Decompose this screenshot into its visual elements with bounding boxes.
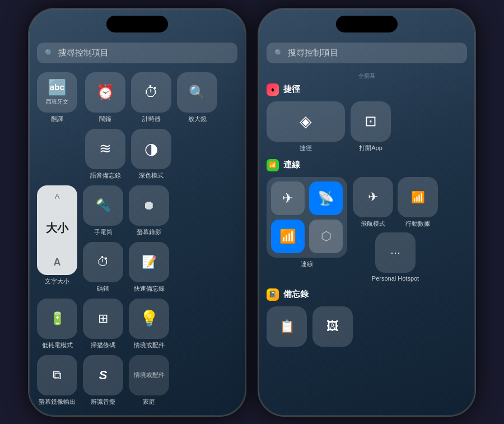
personal-hotspot-label: Personal Hotspot [372, 275, 419, 282]
airplane-mode-button[interactable]: ✈ [353, 177, 393, 217]
shortcuts-button[interactable]: ◈ [267, 101, 345, 142]
low-power-button[interactable]: 🔋 [37, 299, 77, 339]
connection-section-icon: 📶 [267, 159, 279, 171]
hotspot-button[interactable]: 📡 [309, 181, 343, 215]
translate-label: 翻譯 [51, 115, 63, 123]
shazam-button[interactable]: S [83, 355, 123, 395]
airplane-mode-item: ✈ 飛航模式 [353, 177, 393, 228]
home-item: 💡 情境或配件 [129, 299, 169, 350]
cellular-label: 行動數據 [405, 220, 430, 228]
connection-section: 📶 連線 ✈ 📡 📶 ⬡ [267, 159, 467, 282]
search-icon-left: 🔍 [45, 49, 54, 57]
open-app-label: 打開App [359, 144, 382, 152]
screen-mirror-button[interactable]: ⧉ [37, 355, 77, 395]
home-scene-item: 情境或配件 家庭 [129, 355, 169, 406]
alarm-label: 鬧鐘 [99, 115, 111, 123]
note-media-button[interactable]: 🖼 [312, 306, 353, 347]
screen-mirror-item: ⧉ 螢幕鏡像輸出 [37, 355, 77, 406]
notes-header: 📓 備忘錄 [267, 288, 467, 301]
stopwatch-label: 碼錶 [97, 285, 109, 293]
wifi-button[interactable]: 📶 [271, 220, 305, 253]
shazam-item: S 辨識音樂 [83, 355, 123, 406]
shortcuts-title: 捷徑 [283, 84, 300, 95]
flashlight-label: 手電筒 [94, 228, 113, 236]
voice-memo-label: 語音備忘錄 [90, 171, 121, 180]
search-bar-left[interactable]: 🔍 搜尋控制項目 [37, 43, 237, 63]
text-size-button[interactable]: A 大小 A [37, 185, 77, 275]
magnifier-label: 放大鏡 [188, 115, 207, 123]
alarm-button[interactable]: ⏰ [85, 72, 125, 113]
shortcuts-items: ◈ 捷徑 ⊡ 打開App [267, 101, 467, 152]
airplane-mode-label: 飛航模式 [361, 220, 385, 228]
screen-record-button[interactable]: ⏺ [129, 185, 169, 226]
search-placeholder-left: 搜尋控制項目 [58, 48, 109, 58]
personal-hotspot-item: ⋯ Personal Hotspot [353, 232, 438, 282]
low-power-label: 低耗電模式 [42, 341, 73, 350]
notes-title: 備忘錄 [283, 289, 309, 300]
text-size-label: 文字大小 [45, 277, 69, 286]
magnifier-item: 🔍 放大鏡 [177, 72, 217, 123]
connection-label: 連線 [267, 260, 347, 268]
notes-items: 📋 🖼 [267, 306, 467, 347]
scroll-hint: 全螢幕 [267, 72, 467, 80]
scan-qr-label: 掃描條碼 [91, 341, 115, 350]
screen-mirror-label: 螢幕鏡像輸出 [39, 398, 76, 406]
notch-left [106, 16, 168, 32]
stopwatch-item: ⏱ 碼錶 [83, 242, 123, 293]
airplane-button[interactable]: ✈ [271, 181, 305, 215]
open-app-item: ⊡ 打開App [351, 101, 391, 152]
home-button[interactable]: 💡 [129, 299, 169, 339]
voice-memo-item: ≋ 語音備忘錄 [85, 129, 125, 180]
home-label2: 家庭 [143, 398, 155, 406]
flashlight-item: 🔦 手電筒 [83, 185, 123, 236]
right-phone: 🔍 搜尋控制項目 全螢幕 ♦ 捷徑 ◈ 捷徑 ⊡ 打開App [258, 8, 476, 417]
home-scene-label: 情境或配件 [132, 369, 167, 381]
quick-note-item: 📝 快速備忘錄 [129, 242, 169, 293]
bluetooth-button[interactable]: ⬡ [309, 220, 343, 253]
connection-grid-box: ✈ 📡 📶 ⬡ [267, 177, 347, 258]
search-icon-right: 🔍 [274, 49, 283, 57]
shortcuts-label: 捷徑 [300, 144, 312, 152]
shazam-label: 辨識音樂 [91, 398, 115, 406]
dark-mode-button[interactable]: ◑ [131, 129, 171, 169]
shortcuts-section: ♦ 捷徑 ◈ 捷徑 ⊡ 打開App [267, 83, 467, 152]
notes-section-icon: 📓 [267, 288, 279, 301]
voice-memo-button[interactable]: ≋ [85, 129, 125, 169]
home-scene-button[interactable]: 情境或配件 [129, 355, 169, 395]
quick-note-button[interactable]: 📝 [129, 242, 169, 282]
translate-sublabel: 西班牙文 [46, 98, 68, 106]
left-phone: 🔍 搜尋控制項目 🔤 西班牙文 翻譯 ⏰ 鬧鐘 [28, 8, 246, 417]
cellular-button[interactable]: 📶 [398, 177, 438, 217]
magnifier-button[interactable]: 🔍 [177, 72, 217, 113]
personal-hotspot-button[interactable]: ⋯ [375, 232, 416, 273]
notch-right [336, 16, 398, 32]
search-placeholder-right: 搜尋控制項目 [288, 48, 338, 58]
notes-section: 📓 備忘錄 📋 🖼 [267, 288, 467, 347]
search-bar-right[interactable]: 🔍 搜尋控制項目 [267, 43, 467, 63]
stopwatch-button[interactable]: ⏱ [83, 242, 123, 282]
text-size-item: A 大小 A 文字大小 [37, 185, 77, 286]
note-add-button[interactable]: 📋 [267, 306, 307, 347]
note-media-item: 🖼 [312, 306, 353, 347]
open-app-button[interactable]: ⊡ [351, 101, 391, 142]
translate-button[interactable]: 🔤 西班牙文 [37, 72, 77, 113]
alarm-item: ⏰ 鬧鐘 [85, 72, 125, 123]
scan-qr-item: ⊞ 掃描條碼 [83, 299, 123, 350]
connection-title: 連線 [283, 160, 300, 170]
connection-header: 📶 連線 [267, 159, 467, 171]
screen-record-label: 螢幕錄影 [137, 228, 161, 236]
shortcuts-header: ♦ 捷徑 [267, 83, 467, 96]
dark-mode-item: ◑ 深色模式 [131, 129, 171, 180]
translate-item: 🔤 西班牙文 翻譯 [37, 72, 77, 123]
timer-button[interactable]: ⏱ [131, 72, 171, 113]
connection-right: ✈ 飛航模式 📶 行動數據 ⋯ Personal Hotspot [353, 177, 438, 282]
flashlight-button[interactable]: 🔦 [83, 185, 123, 226]
note-add-item: 📋 [267, 306, 307, 347]
timer-label: 計時器 [142, 115, 161, 123]
shortcuts-item: ◈ 捷徑 [267, 101, 345, 152]
shortcuts-section-icon: ♦ [267, 83, 279, 96]
scan-qr-button[interactable]: ⊞ [83, 299, 123, 339]
timer-item: ⏱ 計時器 [131, 72, 171, 123]
cellular-item: 📶 行動數據 [398, 177, 438, 228]
screen-record-item: ⏺ 螢幕錄影 [129, 185, 169, 236]
